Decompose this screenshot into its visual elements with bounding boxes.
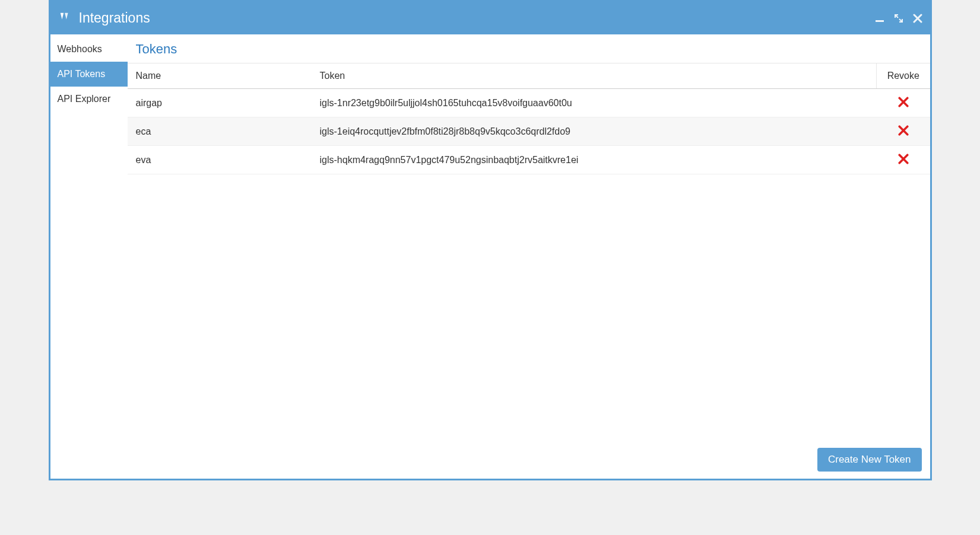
close-icon[interactable] (912, 13, 923, 24)
cell-token: igls-1eiq4rocquttjev2fbfm0f8ti28jr8b8q9v… (312, 117, 877, 146)
table-header-row: Name Token Revoke (128, 63, 930, 89)
table-row: eva igls-hqkm4ragq9nn57v1pgct479u52ngsin… (128, 146, 930, 174)
col-header-token: Token (312, 63, 877, 89)
app-logo-icon (58, 11, 73, 26)
cell-name: airgap (128, 89, 312, 117)
window-title: Integrations (79, 10, 874, 26)
footer: Create New Token (128, 442, 930, 479)
window-controls (874, 13, 923, 24)
section-title: Tokens (128, 34, 930, 63)
cell-revoke (877, 117, 930, 146)
titlebar: Integrations (50, 2, 930, 34)
table-row: eca igls-1eiq4rocquttjev2fbfm0f8ti28jr8b… (128, 117, 930, 146)
table-row: airgap igls-1nr23etg9b0ilr5uljjol4sh0165… (128, 89, 930, 117)
cell-revoke (877, 146, 930, 174)
create-new-token-button[interactable]: Create New Token (817, 448, 922, 472)
sidebar-item-api-explorer[interactable]: API Explorer (50, 87, 128, 112)
sidebar-item-webhooks[interactable]: Webhooks (50, 37, 128, 62)
col-header-name: Name (128, 63, 312, 89)
integrations-window: Integrations Webhoo (49, 0, 932, 480)
main-panel: Tokens Name Token Revoke airgap igls-1nr… (128, 34, 930, 479)
revoke-icon[interactable] (897, 153, 909, 165)
cell-name: eca (128, 117, 312, 146)
col-header-revoke: Revoke (877, 63, 930, 89)
revoke-icon[interactable] (897, 96, 909, 108)
maximize-icon[interactable] (893, 13, 904, 24)
window-body: Webhooks API Tokens API Explorer Tokens … (50, 34, 930, 479)
sidebar-item-api-tokens[interactable]: API Tokens (50, 62, 128, 87)
cell-revoke (877, 89, 930, 117)
svg-rect-0 (876, 20, 884, 22)
cell-name: eva (128, 146, 312, 174)
revoke-icon[interactable] (897, 125, 909, 136)
minimize-icon[interactable] (874, 13, 885, 24)
sidebar: Webhooks API Tokens API Explorer (50, 34, 128, 479)
cell-token: igls-1nr23etg9b0ilr5uljjol4sh0165tuhcqa1… (312, 89, 877, 117)
tokens-table: Name Token Revoke airgap igls-1nr23etg9b… (128, 63, 930, 174)
cell-token: igls-hqkm4ragq9nn57v1pgct479u52ngsinbaqb… (312, 146, 877, 174)
